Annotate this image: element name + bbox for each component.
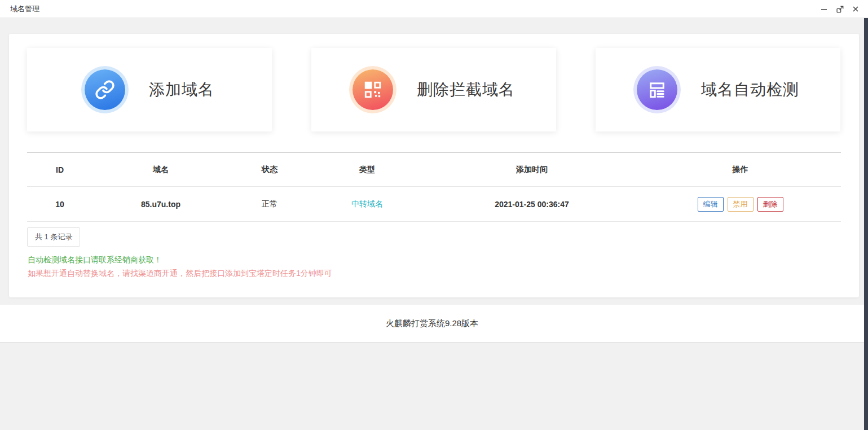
window-title: 域名管理: [10, 4, 39, 14]
add-domain-card[interactable]: 添加域名: [27, 48, 272, 131]
app-window: 域名管理: [0, 0, 868, 430]
footer-version-text: 火麒麟打赏系统9.28版本: [386, 318, 478, 329]
minimize-button[interactable]: [819, 5, 829, 14]
window-controls: [819, 0, 860, 18]
window-edge-strip: [864, 18, 868, 430]
footer-bar: 火麒麟打赏系统9.28版本: [0, 305, 864, 343]
notices: 自动检测域名接口请联系经销商获取！ 如果想开通自动替换域名，请找渠道商开通，然后…: [28, 253, 332, 280]
col-header-added-at: 添加时间: [424, 165, 640, 175]
col-header-domain: 域名: [92, 165, 229, 175]
notice-auto-detect: 自动检测域名接口请联系经销商获取！: [28, 253, 332, 266]
main-panel: 添加域名 删除拦截域名: [9, 34, 859, 297]
card-label: 域名自动检测: [701, 79, 799, 100]
cell-added-at: 2021-01-25 00:36:47: [424, 200, 640, 209]
table-row: 10 85.u7u.top 正常 中转域名 2021-01-25 00:36:4…: [27, 187, 841, 222]
col-header-type: 类型: [310, 165, 424, 175]
cell-id: 10: [27, 200, 92, 209]
maximize-button[interactable]: [835, 5, 844, 14]
close-button[interactable]: [851, 5, 860, 14]
titlebar: 域名管理: [0, 0, 868, 18]
qrcode-icon: [353, 69, 393, 110]
disable-button[interactable]: 禁用: [728, 197, 754, 212]
edit-button[interactable]: 编辑: [698, 197, 724, 212]
table-header-row: ID 域名 状态 类型 添加时间 操作: [27, 152, 841, 187]
cell-status: 正常: [229, 199, 310, 209]
card-label: 删除拦截域名: [417, 79, 515, 100]
delete-blocked-domain-card[interactable]: 删除拦截域名: [311, 48, 556, 131]
domains-table: ID 域名 状态 类型 添加时间 操作 10 85.u7u.top 正常 中转域…: [27, 152, 841, 222]
cell-type[interactable]: 中转域名: [310, 199, 424, 209]
card-label: 添加域名: [149, 79, 214, 100]
form-list-icon: [637, 69, 677, 110]
record-count-badge: 共 1 条记录: [27, 227, 80, 247]
link-icon: [85, 69, 125, 110]
cell-domain: 85.u7u.top: [92, 200, 229, 209]
col-header-id: ID: [27, 165, 92, 174]
col-header-actions: 操作: [640, 165, 841, 175]
row-actions: 编辑 禁用 删除: [640, 197, 841, 212]
action-cards: 添加域名 删除拦截域名: [27, 48, 840, 131]
notice-auto-replace: 如果想开通自动替换域名，请找渠道商开通，然后把接口添加到宝塔定时任务1分钟即可: [28, 266, 332, 280]
col-header-status: 状态: [229, 165, 310, 175]
domain-auto-detect-card[interactable]: 域名自动检测: [596, 48, 840, 131]
delete-button[interactable]: 删除: [757, 197, 783, 212]
